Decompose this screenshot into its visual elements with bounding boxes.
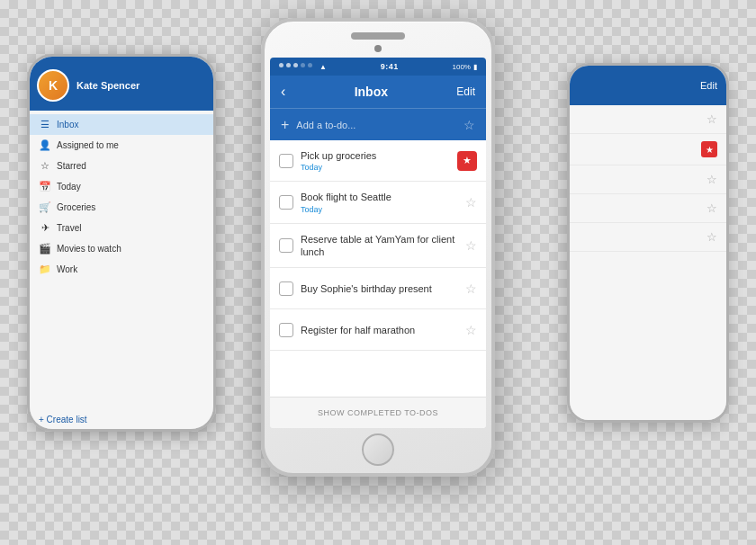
phone-camera	[374, 45, 382, 52]
battery-label: 100%	[453, 63, 471, 71]
right-star-5: ☆	[706, 230, 717, 244]
right-list-item-2: ★	[570, 134, 726, 165]
task-item-2[interactable]: Book flight to Seattle Today ☆	[270, 182, 486, 223]
task-star-3[interactable]: ☆	[465, 238, 477, 253]
starred-label: Starred	[57, 161, 86, 171]
task-name-1: Pick up groceries	[301, 149, 457, 162]
signal-dots: ▲	[279, 63, 327, 71]
sidebar-username: Kate Spencer	[76, 80, 140, 91]
sidebar-screen: K Kate Spencer ☰ Inbox 👤 Assigned to me …	[30, 57, 213, 429]
add-placeholder: Add a to-do...	[296, 120, 356, 130]
travel-label: Travel	[57, 223, 81, 233]
right-star-3: ☆	[706, 173, 717, 186]
star-icon: ☆	[39, 160, 51, 172]
task-content-5: Register for half marathon	[301, 324, 465, 336]
sidebar-item-groceries[interactable]: 🛒 Groceries	[30, 197, 213, 218]
edit-button[interactable]: Edit	[456, 85, 475, 98]
add-star-icon: ☆	[464, 118, 475, 132]
back-button[interactable]: ‹	[281, 84, 285, 100]
task-star-4[interactable]: ☆	[465, 281, 477, 296]
right-list-item-3: ☆	[570, 165, 726, 194]
nav-title: Inbox	[355, 85, 388, 99]
travel-icon: ✈	[39, 222, 51, 234]
right-topbar: Edit	[570, 66, 726, 105]
signal-dot-3	[293, 63, 298, 67]
task-checkbox-2[interactable]	[279, 195, 293, 210]
add-todo-bar[interactable]: + Add a to-do... ☆	[270, 108, 486, 140]
task-content-4: Buy Sophie's birthday present	[301, 282, 465, 295]
task-checkbox-5[interactable]	[279, 323, 293, 337]
wifi-icon: ▲	[320, 63, 327, 71]
task-star-2[interactable]: ☆	[465, 195, 477, 210]
task-star-5[interactable]: ☆	[465, 323, 477, 337]
task-checkbox-3[interactable]	[279, 238, 293, 253]
show-completed-bar[interactable]: SHOW COMPLETED TO-DOS	[270, 397, 486, 428]
nav-bar: ‹ Inbox Edit	[270, 76, 486, 108]
status-time: 9:41	[381, 62, 399, 71]
signal-dot-1	[279, 63, 284, 67]
groceries-icon: 🛒	[39, 201, 51, 213]
movies-icon: 🎬	[39, 243, 51, 255]
task-checkbox-4[interactable]	[279, 281, 293, 296]
signal-dot-5	[308, 63, 312, 67]
task-item-5[interactable]: Register for half marathon ☆	[270, 309, 486, 351]
right-edit-button[interactable]: Edit	[700, 80, 717, 91]
task-name-2: Book flight to Seattle	[301, 191, 465, 203]
right-screen: Edit ☆ ★ ☆ ☆ ☆	[570, 66, 726, 420]
task-content-1: Pick up groceries Today	[301, 149, 457, 172]
sidebar-item-assigned[interactable]: 👤 Assigned to me	[30, 135, 213, 156]
battery-icon: ▮	[473, 63, 477, 71]
task-name-3: Reserve table at YamYam for client lunch	[301, 233, 465, 259]
right-star-4: ☆	[706, 201, 717, 215]
home-button[interactable]	[362, 433, 394, 466]
create-list-label: + Create list	[39, 415, 87, 424]
work-icon: 📁	[39, 264, 51, 275]
movies-label: Movies to watch	[57, 244, 122, 254]
phone-screen: ▲ 9:41 100% ▮ ‹ Inbox Edit + Add a to-do…	[270, 58, 486, 428]
task-content-2: Book flight to Seattle Today	[301, 191, 465, 213]
task-item-1[interactable]: Pick up groceries Today ★	[270, 140, 486, 182]
right-list-item-1: ☆	[570, 105, 726, 134]
task-list: Pick up groceries Today ★ Book flight to…	[270, 140, 486, 397]
plus-icon: +	[281, 117, 289, 133]
task-name-4: Buy Sophie's birthday present	[301, 282, 465, 295]
sidebar-item-inbox[interactable]: ☰ Inbox	[30, 114, 213, 135]
signal-dot-4	[301, 63, 305, 67]
sidebar-item-movies[interactable]: 🎬 Movies to watch	[30, 238, 213, 259]
phone-speaker	[351, 32, 405, 40]
status-bar: ▲ 9:41 100% ▮	[270, 58, 486, 76]
right-list-item-4: ☆	[570, 194, 726, 223]
task-name-5: Register for half marathon	[301, 324, 465, 336]
sidebar-item-travel[interactable]: ✈ Travel	[30, 218, 213, 238]
phone-main: ▲ 9:41 100% ▮ ‹ Inbox Edit + Add a to-do…	[261, 18, 495, 477]
right-list-item-5: ☆	[570, 223, 726, 252]
work-label: Work	[57, 264, 77, 274]
task-sub-1: Today	[301, 163, 457, 172]
sidebar-item-today[interactable]: 📅 Today	[30, 176, 213, 197]
calendar-icon: 📅	[39, 181, 51, 192]
battery-indicator: 100% ▮	[453, 63, 477, 71]
scene: K Kate Spencer ☰ Inbox 👤 Assigned to me …	[0, 0, 756, 545]
task-content-3: Reserve table at YamYam for client lunch	[301, 233, 465, 259]
phone-back-left: K Kate Spencer ☰ Inbox 👤 Assigned to me …	[27, 54, 216, 432]
inbox-icon: ☰	[39, 119, 51, 130]
person-icon: 👤	[39, 139, 51, 151]
sidebar-nav: ☰ Inbox 👤 Assigned to me ☆ Starred 📅 Tod…	[30, 111, 213, 410]
sidebar-item-work[interactable]: 📁 Work	[30, 259, 213, 280]
sidebar-header: K Kate Spencer	[30, 57, 213, 111]
task-sub-2: Today	[301, 205, 465, 214]
task-checkbox-1[interactable]	[279, 154, 293, 168]
task-red-badge-1: ★	[457, 151, 477, 171]
add-bar-left: + Add a to-do...	[281, 117, 356, 133]
today-label: Today	[57, 182, 81, 192]
task-item-4[interactable]: Buy Sophie's birthday present ☆	[270, 268, 486, 309]
task-item-3[interactable]: Reserve table at YamYam for client lunch…	[270, 224, 486, 269]
right-star-1: ☆	[706, 112, 717, 126]
sidebar-item-starred[interactable]: ☆ Starred	[30, 156, 213, 176]
avatar: K	[37, 69, 69, 102]
right-red-badge: ★	[701, 141, 717, 157]
inbox-label: Inbox	[57, 120, 78, 130]
signal-dot-2	[286, 63, 291, 67]
create-list-button[interactable]: + Create list	[30, 410, 213, 429]
show-completed-label: SHOW COMPLETED TO-DOS	[318, 408, 438, 417]
